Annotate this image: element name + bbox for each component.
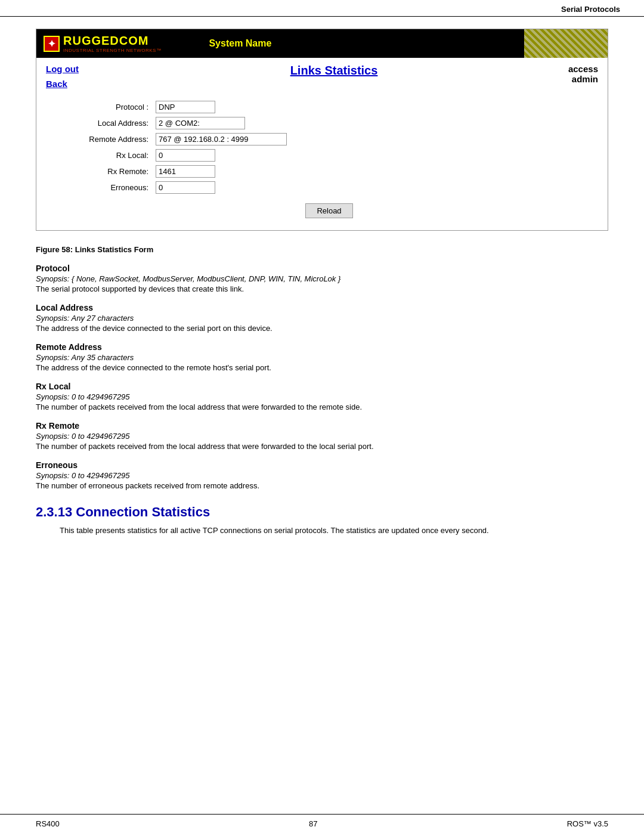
doc-synopsis-remote-address: Synopsis: Any 35 characters bbox=[36, 353, 608, 362]
panel-nav: Log out Back Links Statistics access adm… bbox=[36, 58, 608, 95]
doc-synopsis-erroneous: Synopsis: 0 to 4294967295 bbox=[36, 471, 608, 480]
doc-section-erroneous: Erroneous Synopsis: 0 to 4294967295 The … bbox=[36, 460, 608, 490]
form-row-remote-address: Remote Address: bbox=[60, 133, 598, 145]
form-row-protocol: Protocol : bbox=[60, 101, 598, 113]
input-rx-remote[interactable] bbox=[156, 165, 215, 178]
nav-center: Links Statistics bbox=[117, 64, 550, 78]
form-row-erroneous: Erroneous: bbox=[60, 181, 598, 194]
doc-synopsis-rx-remote: Synopsis: 0 to 4294967295 bbox=[36, 432, 608, 441]
doc-section-rx-local: Rx Local Synopsis: 0 to 4294967295 The n… bbox=[36, 382, 608, 411]
header-stripe bbox=[524, 29, 608, 58]
form-button-row: Reload bbox=[60, 203, 598, 218]
logo-icon-symbol: ✦ bbox=[48, 39, 55, 49]
doc-title-protocol: Protocol bbox=[36, 264, 608, 273]
doc-title-remote-address: Remote Address bbox=[36, 342, 608, 352]
doc-sections: Protocol Synopsis: { None, RawSocket, Mo… bbox=[36, 264, 608, 490]
figure-caption: Figure 58: Links Statistics Form bbox=[36, 241, 608, 264]
logo-box: ✦ RUGGEDCOM INDUSTRIAL STRENGTH NETWORKS… bbox=[44, 34, 161, 53]
logout-link[interactable]: Log out bbox=[46, 64, 117, 74]
connection-statistics-heading: 2.3.13 Connection Statistics bbox=[36, 504, 608, 520]
footer-right: ROS™ v3.5 bbox=[567, 819, 608, 828]
label-rx-local: Rx Local: bbox=[60, 151, 156, 160]
form-area: Protocol : Local Address: Remote Address… bbox=[36, 95, 608, 230]
label-rx-remote: Rx Remote: bbox=[60, 167, 156, 176]
main-content: ✦ RUGGEDCOM INDUSTRIAL STRENGTH NETWORKS… bbox=[0, 17, 644, 553]
logo-sub: INDUSTRIAL STRENGTH NETWORKS™ bbox=[63, 48, 161, 53]
doc-title-erroneous: Erroneous bbox=[36, 460, 608, 470]
doc-body-rx-local: The number of packets received from the … bbox=[36, 402, 608, 411]
logo-icon: ✦ bbox=[44, 36, 60, 52]
doc-title-rx-remote: Rx Remote bbox=[36, 421, 608, 431]
page-footer: RS400 87 ROS™ v3.5 bbox=[0, 814, 644, 833]
input-remote-address[interactable] bbox=[156, 133, 287, 145]
input-rx-local[interactable] bbox=[156, 149, 215, 162]
doc-body-protocol: The serial protocol supported by devices… bbox=[36, 284, 608, 293]
label-remote-address: Remote Address: bbox=[60, 135, 156, 144]
logo-text: RUGGEDCOM INDUSTRIAL STRENGTH NETWORKS™ bbox=[63, 34, 161, 53]
access-value: admin bbox=[572, 74, 598, 84]
device-panel: ✦ RUGGEDCOM INDUSTRIAL STRENGTH NETWORKS… bbox=[36, 29, 608, 231]
doc-synopsis-rx-local: Synopsis: 0 to 4294967295 bbox=[36, 392, 608, 401]
doc-title-rx-local: Rx Local bbox=[36, 382, 608, 391]
nav-left: Log out Back bbox=[46, 64, 117, 89]
reload-button[interactable]: Reload bbox=[305, 203, 352, 218]
nav-right: access admin bbox=[550, 64, 598, 84]
doc-section-rx-remote: Rx Remote Synopsis: 0 to 4294967295 The … bbox=[36, 421, 608, 451]
input-local-address[interactable] bbox=[156, 117, 245, 129]
label-local-address: Local Address: bbox=[60, 119, 156, 128]
footer-left: RS400 bbox=[36, 819, 60, 828]
label-protocol: Protocol : bbox=[60, 103, 156, 112]
panel-header: ✦ RUGGEDCOM INDUSTRIAL STRENGTH NETWORKS… bbox=[36, 29, 608, 58]
input-erroneous[interactable] bbox=[156, 181, 215, 194]
connection-statistics-intro: This table presents statistics for all a… bbox=[60, 526, 608, 535]
doc-body-rx-remote: The number of packets received from the … bbox=[36, 442, 608, 451]
page-title: Links Statistics bbox=[290, 64, 378, 77]
system-name-label: System Name bbox=[209, 38, 271, 49]
doc-body-erroneous: The number of erroneous packets received… bbox=[36, 481, 608, 490]
logo-main: RUGGEDCOM bbox=[63, 34, 161, 48]
footer-center: 87 bbox=[309, 819, 317, 828]
doc-section-protocol: Protocol Synopsis: { None, RawSocket, Mo… bbox=[36, 264, 608, 293]
back-link[interactable]: Back bbox=[46, 79, 117, 89]
form-row-rx-local: Rx Local: bbox=[60, 149, 598, 162]
doc-body-remote-address: The address of the device connected to t… bbox=[36, 363, 608, 372]
form-row-rx-remote: Rx Remote: bbox=[60, 165, 598, 178]
access-label: access bbox=[568, 64, 598, 74]
label-erroneous: Erroneous: bbox=[60, 183, 156, 192]
input-protocol[interactable] bbox=[156, 101, 215, 113]
doc-synopsis-protocol: Synopsis: { None, RawSocket, ModbusServe… bbox=[36, 274, 608, 283]
page-header: Serial Protocols bbox=[0, 0, 644, 17]
header-title: Serial Protocols bbox=[561, 5, 620, 14]
doc-body-local-address: The address of the device connected to t… bbox=[36, 324, 608, 333]
doc-section-remote-address: Remote Address Synopsis: Any 35 characte… bbox=[36, 342, 608, 372]
doc-section-local-address: Local Address Synopsis: Any 27 character… bbox=[36, 303, 608, 333]
doc-synopsis-local-address: Synopsis: Any 27 characters bbox=[36, 314, 608, 323]
doc-title-local-address: Local Address bbox=[36, 303, 608, 312]
form-row-local-address: Local Address: bbox=[60, 117, 598, 129]
